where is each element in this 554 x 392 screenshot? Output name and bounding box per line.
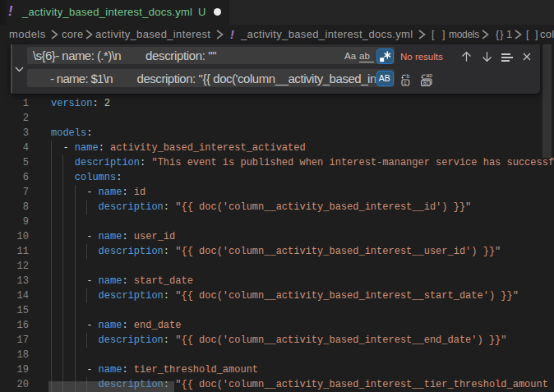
svg-text:c: c [404,80,407,85]
svg-text:b: b [407,74,410,79]
svg-text:ac: ac [423,80,430,85]
svg-text:ab: ab [427,74,432,78]
